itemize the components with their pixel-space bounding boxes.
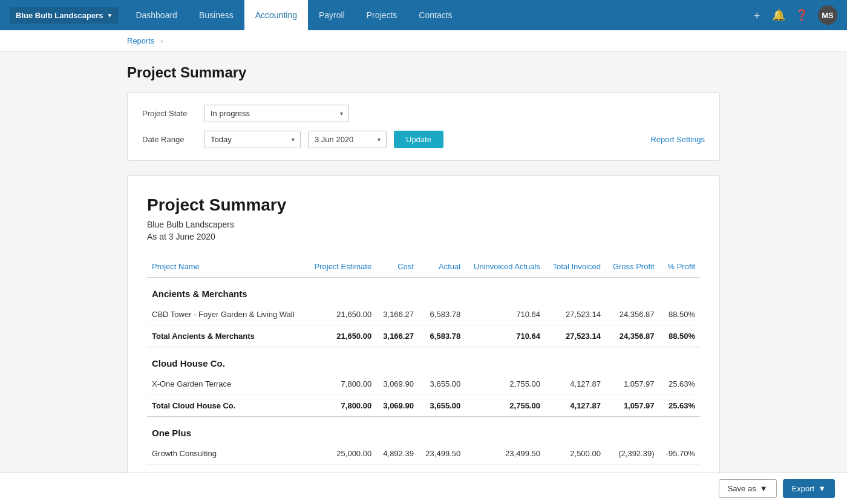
table-header-row: Project Name Project Estimate Cost Actua… xyxy=(147,256,700,278)
project-state-row: Project State In progress Completed All xyxy=(142,105,705,122)
export-button[interactable]: Export ▼ xyxy=(783,479,835,498)
cell-project-estimate: 7,800.00 xyxy=(306,373,376,395)
export-chevron-icon: ▼ xyxy=(818,484,826,493)
total-project-estimate: 7,800.00 xyxy=(306,395,376,417)
filters-card: Project State In progress Completed All … xyxy=(127,92,720,161)
total-actual: 6,583.78 xyxy=(419,326,465,347)
nav-item-contacts[interactable]: Contacts xyxy=(408,0,463,30)
help-icon[interactable]: ❓ xyxy=(795,8,808,22)
report-settings-link[interactable]: Report Settings xyxy=(650,135,705,144)
cell-project-estimate: 21,650.00 xyxy=(306,304,376,326)
date-range-select[interactable]: Today This week This month This quarter … xyxy=(204,131,301,148)
total-total-invoiced: 4,127.87 xyxy=(545,395,606,417)
page-title: Project Summary xyxy=(127,64,720,81)
col-header-actual[interactable]: Actual xyxy=(419,256,465,278)
cell-actual: 23,499.50 xyxy=(419,443,465,465)
cell-uninvoiced-actuals: 23,499.50 xyxy=(465,443,545,465)
col-header-project-name[interactable]: Project Name xyxy=(147,256,306,278)
cell-percent-profit: 25.63% xyxy=(659,373,701,395)
bell-icon[interactable]: 🔔 xyxy=(772,8,785,22)
cell-total-invoiced: 2,500.00 xyxy=(545,443,606,465)
nav-item-dashboard[interactable]: Dashboard xyxy=(125,0,188,30)
col-header-percent-profit[interactable]: % Profit xyxy=(659,256,701,278)
cell-actual: 6,583.78 xyxy=(419,304,465,326)
cell-gross-profit: 1,057.97 xyxy=(606,373,659,395)
group-name: Ancients & Merchants xyxy=(147,278,700,304)
col-header-uninvoiced-actuals[interactable]: Uninvoiced Actuals xyxy=(465,256,545,278)
date-value-select[interactable]: 3 Jun 2020 xyxy=(308,131,387,148)
nav-item-business[interactable]: Business xyxy=(188,0,244,30)
cell-actual: 3,655.00 xyxy=(419,373,465,395)
group-header: Cloud House Co. xyxy=(147,347,700,374)
col-header-project-estimate[interactable]: Project Estimate xyxy=(306,256,376,278)
cell-cost: 3,069.90 xyxy=(376,373,419,395)
export-label: Export xyxy=(792,484,815,493)
report-title: Project Summary xyxy=(147,195,700,215)
table-row: X-One Garden Terrace 7,800.00 3,069.90 3… xyxy=(147,373,700,395)
app-logo[interactable]: Blue Bulb Landscapers ▼ xyxy=(10,7,119,24)
project-state-select[interactable]: In progress Completed All xyxy=(204,105,349,122)
group-header: One Plus xyxy=(147,417,700,443)
col-header-cost[interactable]: Cost xyxy=(376,256,419,278)
table-body: Ancients & Merchants CBD Tower - Foyer G… xyxy=(147,278,700,465)
cell-total-invoiced: 27,523.14 xyxy=(545,304,606,326)
app-logo-text: Blue Bulb Landscapers xyxy=(16,11,103,20)
cell-percent-profit: 88.50% xyxy=(659,304,701,326)
cell-project-name: X-One Garden Terrace xyxy=(147,373,306,395)
report-org: Blue Bulb Landscapers xyxy=(147,220,700,229)
top-nav: Blue Bulb Landscapers ▼ Dashboard Busine… xyxy=(0,0,847,30)
cell-cost: 4,892.39 xyxy=(376,443,419,465)
col-header-total-invoiced[interactable]: Total Invoiced xyxy=(545,256,606,278)
cell-percent-profit: -95.70% xyxy=(659,443,701,465)
table-row: CBD Tower - Foyer Garden & Living Wall 2… xyxy=(147,304,700,326)
nav-item-payroll[interactable]: Payroll xyxy=(308,0,356,30)
report-date: As at 3 June 2020 xyxy=(147,232,700,241)
total-percent-profit: 88.50% xyxy=(659,326,701,347)
save-as-label: Save as xyxy=(728,484,756,493)
project-state-wrapper: In progress Completed All xyxy=(204,105,349,122)
cell-gross-profit: 24,356.87 xyxy=(606,304,659,326)
add-icon[interactable]: ＋ xyxy=(751,8,762,22)
total-gross-profit: 24,356.87 xyxy=(606,326,659,347)
update-button[interactable]: Update xyxy=(394,131,443,148)
save-as-button[interactable]: Save as ▼ xyxy=(719,479,777,498)
group-header: Ancients & Merchants xyxy=(147,278,700,304)
date-value-wrapper: 3 Jun 2020 xyxy=(308,131,387,148)
total-row: Total Cloud House Co. 7,800.00 3,069.90 … xyxy=(147,395,700,417)
table-row: Growth Consulting 25,000.00 4,892.39 23,… xyxy=(147,443,700,465)
user-avatar[interactable]: MS xyxy=(818,5,837,25)
nav-items: Dashboard Business Accounting Payroll Pr… xyxy=(125,0,751,30)
total-label: Total Ancients & Merchants xyxy=(147,326,306,347)
nav-item-accounting[interactable]: Accounting xyxy=(244,0,308,30)
total-total-invoiced: 27,523.14 xyxy=(545,326,606,347)
date-range-label: Date Range xyxy=(142,135,197,144)
total-cost: 3,069.90 xyxy=(376,395,419,417)
col-header-gross-profit[interactable]: Gross Profit xyxy=(606,256,659,278)
group-name: Cloud House Co. xyxy=(147,347,700,374)
project-state-label: Project State xyxy=(142,109,197,118)
cell-project-name: CBD Tower - Foyer Garden & Living Wall xyxy=(147,304,306,326)
breadcrumb-separator: › xyxy=(160,37,163,45)
total-uninvoiced-actuals: 710.64 xyxy=(465,326,545,347)
total-cost: 3,166.27 xyxy=(376,326,419,347)
cell-total-invoiced: 4,127.87 xyxy=(545,373,606,395)
page-content: Project Summary Project State In progres… xyxy=(0,52,847,504)
date-range-row: Date Range Today This week This month Th… xyxy=(142,131,705,148)
nav-right: ＋ 🔔 ❓ MS xyxy=(751,5,837,25)
total-label: Total Cloud House Co. xyxy=(147,395,306,417)
total-gross-profit: 1,057.97 xyxy=(606,395,659,417)
group-name: One Plus xyxy=(147,417,700,443)
bottom-toolbar: Save as ▼ Export ▼ xyxy=(0,473,847,504)
total-actual: 3,655.00 xyxy=(419,395,465,417)
total-percent-profit: 25.63% xyxy=(659,395,701,417)
cell-uninvoiced-actuals: 710.64 xyxy=(465,304,545,326)
cell-uninvoiced-actuals: 2,755.00 xyxy=(465,373,545,395)
save-as-chevron-icon: ▼ xyxy=(760,484,768,493)
breadcrumb-bar: Reports › xyxy=(0,30,847,52)
table-head: Project Name Project Estimate Cost Actua… xyxy=(147,256,700,278)
breadcrumb-reports-link[interactable]: Reports xyxy=(127,36,155,45)
cell-project-name: Growth Consulting xyxy=(147,443,306,465)
nav-item-projects[interactable]: Projects xyxy=(356,0,408,30)
total-uninvoiced-actuals: 2,755.00 xyxy=(465,395,545,417)
cell-cost: 3,166.27 xyxy=(376,304,419,326)
